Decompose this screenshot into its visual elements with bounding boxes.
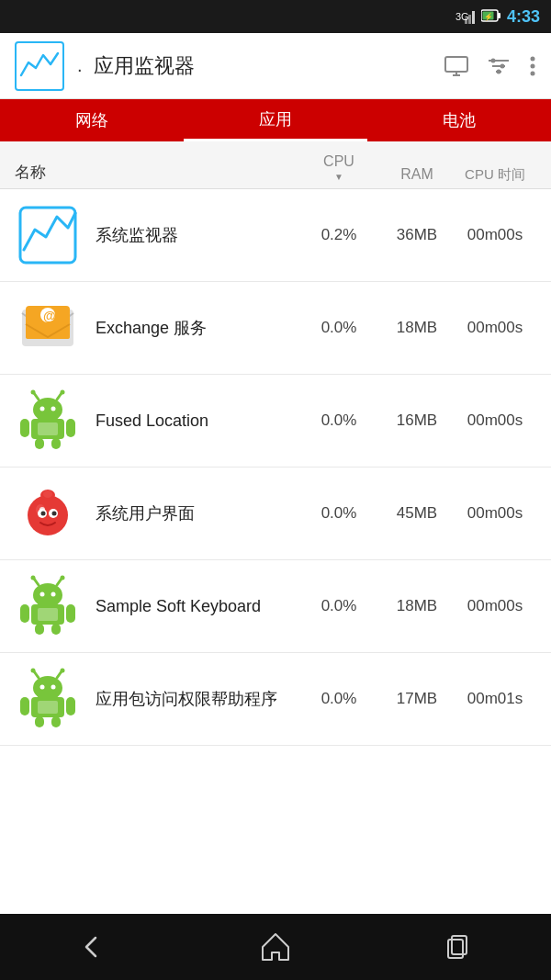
app-logo: [15, 41, 64, 91]
svg-point-58: [61, 576, 65, 580]
svg-rect-76: [38, 701, 58, 714]
table-row[interactable]: Fused Location 0.0% 16MB 00m00s: [0, 375, 551, 467]
app-list: 系统监视器 0.2% 36MB 00m00s @ Exchange 服务 0.0…: [0, 189, 551, 914]
svg-point-36: [51, 407, 56, 411]
svg-rect-77: [20, 697, 29, 715]
toolbar-actions: [444, 56, 536, 76]
bottom-nav: [0, 914, 551, 980]
svg-rect-64: [66, 604, 75, 623]
svg-marker-81: [263, 934, 288, 960]
col-ram-header: RAM: [380, 166, 454, 183]
app-ram-5: 17MB: [380, 690, 454, 708]
svg-point-17: [497, 69, 501, 73]
svg-rect-63: [20, 604, 29, 623]
svg-point-32: [31, 390, 36, 395]
app-name-3: 系统用户界面: [96, 502, 298, 524]
logo-svg: [19, 46, 60, 86]
svg-point-74: [51, 685, 56, 690]
app-icon-system-monitor: [15, 202, 81, 268]
col-cpu-header[interactable]: CPU ▼: [298, 152, 380, 183]
svg-point-18: [531, 56, 535, 61]
svg-rect-3: [465, 18, 467, 24]
app-cputime-4: 00m00s: [454, 597, 536, 615]
app-cputime-3: 00m00s: [454, 504, 536, 523]
monitor-icon[interactable]: [444, 56, 468, 76]
tab-network[interactable]: 网络: [0, 99, 184, 141]
app-ram-2: 16MB: [380, 411, 454, 430]
svg-rect-1: [468, 15, 471, 24]
app-ram-0: 36MB: [380, 226, 454, 244]
toolbar: . 应用监视器: [0, 33, 551, 99]
app-cpu-3: 0.0%: [298, 504, 380, 523]
app-cpu-4: 0.0%: [298, 597, 380, 615]
table-row[interactable]: Sample Soft Keyboard 0.0% 18MB 00m00s: [0, 560, 551, 653]
svg-point-60: [51, 592, 56, 597]
svg-point-35: [40, 407, 45, 411]
app-cputime-0: 00m00s: [454, 226, 536, 244]
app-name-2: Fused Location: [96, 410, 298, 432]
app-icon-package: [15, 666, 81, 732]
tab-battery[interactable]: 电池: [367, 99, 551, 141]
svg-point-50: [52, 512, 57, 516]
toolbar-title: 应用监视器: [94, 52, 433, 80]
app-cputime-2: 00m00s: [454, 411, 536, 430]
signal-icon: 3G: [455, 7, 476, 27]
table-row[interactable]: 应用包访问权限帮助程序 0.0% 17MB 00m01s: [0, 653, 551, 746]
app-cpu-0: 0.2%: [298, 226, 380, 244]
status-bar: 3G ⚡ 4:33: [0, 0, 551, 33]
table-row[interactable]: @ Exchange 服务 0.0% 18MB 00m00s: [0, 282, 551, 375]
col-cputime-header: CPU 时间: [454, 166, 536, 183]
svg-point-54: [33, 583, 62, 607]
back-button[interactable]: [55, 924, 129, 970]
home-button[interactable]: [239, 924, 312, 970]
table-row[interactable]: 系统监视器 0.2% 36MB 00m00s: [0, 189, 551, 282]
svg-point-15: [491, 58, 496, 62]
app-cpu-1: 0.0%: [298, 319, 380, 337]
svg-point-52: [43, 490, 52, 498]
svg-rect-78: [66, 697, 75, 715]
app-icon-exchange: @: [15, 295, 81, 361]
svg-rect-80: [51, 716, 61, 727]
app-icon-fused-location: [15, 388, 81, 454]
recent-button[interactable]: [422, 924, 496, 970]
svg-point-73: [40, 685, 45, 690]
svg-point-20: [531, 71, 535, 75]
battery-icon: ⚡: [481, 9, 501, 25]
svg-point-19: [531, 63, 535, 68]
app-ram-4: 18MB: [380, 597, 454, 615]
app-cputime-5: 00m01s: [454, 690, 536, 708]
svg-rect-42: [51, 438, 61, 449]
app-icon-keyboard: [15, 573, 81, 639]
svg-rect-41: [35, 438, 44, 449]
app-name-1: Exchange 服务: [96, 317, 298, 339]
svg-point-72: [61, 669, 65, 673]
svg-rect-65: [35, 624, 44, 635]
app-name-0: 系统监视器: [96, 224, 298, 246]
svg-point-68: [33, 676, 62, 700]
svg-rect-2: [472, 11, 475, 24]
svg-point-16: [500, 63, 505, 68]
app-cpu-2: 0.0%: [298, 411, 380, 430]
app-ram-1: 18MB: [380, 319, 454, 337]
tab-bar: 网络 应用 电池: [0, 99, 551, 141]
app-ram-3: 45MB: [380, 504, 454, 523]
svg-point-49: [41, 512, 46, 516]
svg-point-59: [40, 592, 45, 597]
filter-icon[interactable]: [487, 56, 511, 76]
more-icon[interactable]: [529, 56, 536, 76]
app-cputime-1: 00m00s: [454, 319, 536, 337]
svg-rect-40: [66, 419, 75, 437]
svg-text:⚡: ⚡: [484, 12, 493, 21]
table-row[interactable]: 系统用户界面 0.0% 45MB 00m00s: [0, 467, 551, 560]
svg-text:@: @: [43, 309, 56, 323]
svg-rect-79: [35, 716, 44, 727]
svg-rect-39: [20, 419, 29, 437]
svg-rect-5: [498, 13, 500, 18]
app-name-4: Sample Soft Keyboard: [96, 595, 298, 617]
table-header: 名称 CPU ▼ RAM CPU 时间: [0, 141, 551, 189]
status-time: 4:33: [507, 7, 540, 27]
tab-apps[interactable]: 应用: [184, 99, 367, 141]
svg-point-44: [28, 495, 68, 535]
sort-arrow-icon: ▼: [334, 172, 343, 183]
svg-rect-9: [445, 57, 467, 72]
